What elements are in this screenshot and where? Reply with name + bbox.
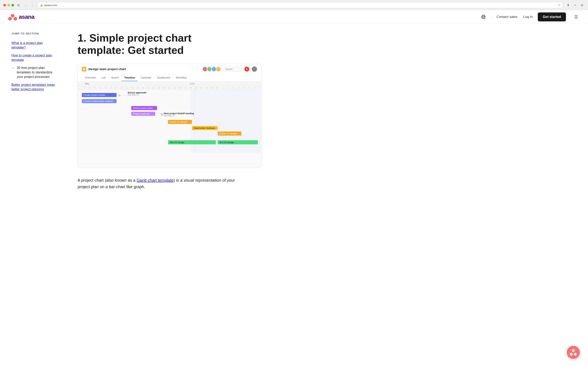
bar-stakeholder-feedback[interactable]: Stakeholder feedback: [192, 126, 218, 130]
address-bar[interactable]: 🔒 asana.com ↻: [37, 2, 563, 8]
date-label: 25: [188, 87, 193, 89]
browser-actions: ⬆ + ⧉: [566, 2, 585, 8]
asana-fab-icon: [570, 349, 577, 356]
forward-button[interactable]: ›: [30, 2, 35, 8]
tab-timeline[interactable]: Timeline: [121, 75, 138, 81]
sidebar-link-1[interactable]: What is a project plan template?: [11, 39, 57, 52]
site-header: asana Contact sales Log In Get started ☰: [0, 10, 588, 24]
connector-line-1: [120, 95, 130, 95]
tab-overview[interactable]: Overview: [82, 75, 99, 81]
contact-sales-link[interactable]: Contact sales: [496, 15, 518, 19]
date-label: 19: [156, 87, 162, 89]
chart-header-right: +: [202, 67, 257, 72]
chart-user-icon: [252, 67, 257, 72]
date-label: 7: [252, 87, 257, 89]
date-label: 17: [146, 87, 151, 89]
bar-project-roadmap[interactable]: Project roadmap: [131, 112, 155, 116]
svg-point-1: [8, 17, 12, 21]
bar-deliver-v1-design[interactable]: Deliver V1 design: [168, 120, 192, 124]
login-link[interactable]: Log In: [522, 15, 534, 19]
date-label: 7: [93, 87, 98, 89]
bar-create-project-charter[interactable]: Create project charter: [82, 93, 117, 97]
date-label: 5: [82, 87, 87, 89]
date-label: 28: [204, 87, 209, 89]
tab-list[interactable]: List: [99, 75, 108, 81]
connector-line-2: [130, 92, 130, 95]
chart-add-button[interactable]: +: [244, 67, 249, 72]
date-label: 27: [199, 87, 204, 89]
page-wrapper: asana Contact sales Log In Get started ☰: [0, 10, 588, 367]
date-label: 10: [108, 87, 114, 89]
article-title: 1. Simple project chart template: Get st…: [78, 32, 237, 57]
tab-workflow[interactable]: Workflow: [173, 75, 190, 81]
chart-container: ▣ Design team project chart +: [78, 64, 261, 167]
content-area: JUMP TO SECTION What is a project plan t…: [0, 24, 588, 367]
bar-test-v2-design[interactable]: Test V2 design: [218, 140, 258, 144]
reload-icon[interactable]: ↻: [558, 3, 561, 7]
tab-board[interactable]: Board: [108, 75, 121, 81]
connector-dot-1: [119, 95, 120, 96]
tabs-toggle[interactable]: ⊟: [17, 3, 21, 7]
globe-button[interactable]: [480, 13, 487, 21]
share-button[interactable]: ⬆: [566, 2, 571, 8]
browser-nav: ‹ ›: [23, 2, 35, 8]
avatars: [202, 67, 221, 72]
date-label: 22: [172, 87, 177, 89]
sidebar-button[interactable]: ⧉: [579, 2, 585, 8]
sidebar-links: What is a project plan template? How to …: [11, 39, 57, 93]
traffic-lights: [3, 4, 14, 7]
hamburger-button[interactable]: ☰: [572, 13, 580, 21]
maximize-button[interactable]: [11, 4, 14, 7]
get-started-button[interactable]: Get started: [538, 12, 566, 21]
date-label: 1: [220, 87, 225, 89]
logo[interactable]: asana: [8, 13, 35, 21]
date-label: 29: [209, 87, 215, 89]
globe-icon: [481, 15, 486, 19]
svg-point-9: [570, 353, 573, 356]
header-nav: Contact sales Log In Get started ☰: [480, 12, 580, 21]
url-text: asana.com: [44, 4, 57, 7]
svg-point-10: [574, 353, 577, 356]
milestone-dot-kickoff: [161, 113, 163, 115]
bar-test-v1-design[interactable]: Test V1 design: [168, 140, 216, 144]
logo-text: asana: [19, 14, 35, 20]
chart-search-input[interactable]: [224, 67, 242, 72]
connector-line-kickoff: [155, 113, 161, 113]
chart-title-row: ▣ Design team project chart: [82, 67, 126, 71]
tab-calendar[interactable]: Calendar: [138, 75, 154, 81]
date-label: 20: [162, 87, 167, 89]
minimize-button[interactable]: [7, 4, 10, 7]
date-label: 24: [183, 87, 188, 89]
jump-label: JUMP TO SECTION: [11, 32, 57, 35]
gantt-area: May June 5 6 7 8 9 10 11 12 13 14: [78, 81, 261, 167]
article-body: A project chart (also known as a Gantt c…: [78, 177, 237, 190]
date-label: 11: [114, 87, 119, 89]
date-label: 6: [87, 87, 93, 89]
body-paragraph: A project chart (also known as a Gantt c…: [78, 177, 237, 190]
sidebar-link-4[interactable]: Better project templates mean better pro…: [11, 81, 57, 93]
sidebar: JUMP TO SECTION What is a project plan t…: [0, 24, 65, 367]
date-label: 30: [215, 87, 220, 89]
date-label: 21: [167, 87, 172, 89]
bar-define-project-goals[interactable]: Define project goals: [131, 106, 157, 110]
sidebar-link-active-3: → 30 free project plan templates to stan…: [11, 64, 57, 81]
date-label: 15: [135, 87, 140, 89]
milestone-host-kickoff: Host project kickoff meeting Due May 19: [161, 112, 194, 117]
chart-title: Design team project chart: [88, 67, 126, 71]
sidebar-link-2[interactable]: How to create a project plan template: [11, 52, 57, 64]
asana-fab-button[interactable]: [567, 346, 580, 359]
bar-conduct-stakeholder-analysis[interactable]: Conduct stakeholder analysis: [82, 99, 117, 103]
back-button[interactable]: ‹: [23, 2, 28, 8]
chart-tabs: Overview List Board Timeline Calendar Da…: [78, 75, 261, 81]
gantt-chart-template-link[interactable]: Gantt chart template: [137, 178, 173, 183]
new-tab-button[interactable]: +: [572, 2, 578, 8]
close-button[interactable]: [3, 4, 6, 7]
tab-dashboard[interactable]: Dashboard: [154, 75, 173, 81]
lock-icon: 🔒: [40, 4, 43, 7]
bar-deliver-v2-design[interactable]: Deliver V2 design: [218, 132, 242, 136]
date-label: 6: [246, 87, 252, 89]
date-label: 18: [151, 87, 156, 89]
date-label: 23: [177, 87, 183, 89]
date-label: 8: [98, 87, 103, 89]
date-label: 4: [236, 87, 241, 89]
